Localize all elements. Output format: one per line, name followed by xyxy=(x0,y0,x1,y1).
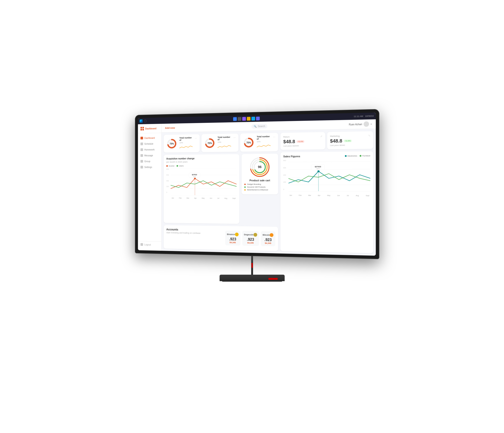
logout-icon xyxy=(140,243,143,246)
monitor-neck xyxy=(251,256,253,275)
message-icon xyxy=(140,154,143,157)
return-card: Return ⤢ $48.8 +3.4% Last years $32640 xyxy=(280,132,325,150)
crypto-binance: Binance .923 $4,345 xyxy=(225,231,240,246)
dashboard-content: 70% Total number of 10% xyxy=(162,129,376,256)
sidebar-item-message[interactable]: Message xyxy=(138,152,161,158)
sales-header: Sales Figures Electronics Fu xyxy=(283,154,370,158)
donut-2: 70% xyxy=(204,137,215,149)
ad-dot xyxy=(244,189,246,191)
app-layout: Dashboard Dashboard Schedule xyxy=(138,119,376,255)
accounts-title-row: Accounts Start investing and trading on … xyxy=(166,228,275,246)
taskbar-app-5[interactable] xyxy=(252,117,255,120)
y-400: 400 xyxy=(166,180,169,182)
crypto-items: Binance .923 $4,345 xyxy=(225,231,275,246)
stat-more-1[interactable]: ··· xyxy=(195,136,197,139)
add-new-button[interactable]: Add new xyxy=(165,126,175,129)
search-icon: 🔍 xyxy=(253,125,256,128)
y-800: 800 xyxy=(166,168,169,170)
base-red-accent xyxy=(268,278,278,280)
svg-line-7 xyxy=(171,175,236,175)
sidebar-item-dashboard[interactable]: Dashboard xyxy=(138,135,161,141)
gauge-card: 96 Product sale cart Gadget Branding xyxy=(242,154,278,194)
taskbar-app-2[interactable] xyxy=(238,117,242,121)
expand-icon-return[interactable]: ⤢ xyxy=(320,135,322,138)
svg-line-10 xyxy=(171,195,236,196)
gauge-rings: 96 xyxy=(249,156,270,178)
schedule-icon xyxy=(140,142,143,145)
svg-text:April: April xyxy=(193,176,196,177)
right-panel: Return ⤢ $48.8 +3.4% Last years $32640 xyxy=(280,131,373,253)
taskbar-app-6[interactable] xyxy=(256,117,260,120)
product-sale-legend: Gadget Branding Souvenir Gift Products xyxy=(244,183,275,191)
stat-more-3[interactable]: ··· xyxy=(273,135,275,138)
expand-icon-marketing[interactable]: ⤡ xyxy=(368,134,370,137)
accounts-header: Accounts Start investing and trading on … xyxy=(166,228,275,246)
income-dot xyxy=(166,165,168,167)
search-bar[interactable]: 🔍 Search xyxy=(251,124,267,128)
svg-line-24 xyxy=(288,169,370,170)
left-panel: 70% Total number of 10% xyxy=(164,133,278,251)
taskbar-app-3[interactable] xyxy=(242,117,246,121)
monitor-wrapper: 11:11 AM 10/30/22 Dashb xyxy=(124,112,380,321)
acquisition-chart-area: 0 200 400 600 800 xyxy=(166,168,236,199)
taskbar-time: 11:11 AM xyxy=(354,115,363,117)
sidebar-item-schedule[interactable]: Schedule xyxy=(138,140,161,147)
marketing-value-row: $48.8 +3.4% xyxy=(330,138,370,144)
logout-item[interactable]: Logout xyxy=(140,243,159,246)
sales-x-labels: Jan Feb Mar Apr May Jun Jul Aug Sept xyxy=(288,194,370,196)
main-content: Add new 🔍 Search Ryan Azhari ▾ xyxy=(162,119,376,255)
furniture-dot xyxy=(360,155,361,156)
sidebar-item-homework[interactable]: Homework xyxy=(138,147,161,153)
svg-text:96: 96 xyxy=(258,165,262,169)
sales-svg: $27632 April xyxy=(288,159,370,193)
sidebar-item-group[interactable]: Group xyxy=(138,158,161,164)
stat-card-3: 70% Total number of 10% xyxy=(240,133,278,152)
sidebar-footer: Logout xyxy=(138,241,161,248)
stat-info-3: Total number of 10% xyxy=(257,135,270,149)
y-600: 600 xyxy=(166,174,169,175)
gauge-svg: 96 xyxy=(249,156,270,178)
windows-icon[interactable] xyxy=(139,119,143,123)
stat-more-2[interactable]: ··· xyxy=(233,136,236,139)
donut-1: 70% xyxy=(166,138,177,149)
donut-3: 70% xyxy=(243,137,254,148)
marketing-badge: +3.4% xyxy=(344,139,352,142)
return-value-row: $48.8 +3.4% xyxy=(283,138,322,144)
sales-y-axis: 0 200 400 600 800 xyxy=(283,159,286,190)
svg-line-23 xyxy=(288,161,370,162)
x-labels: Jan Feb Mar Apr May Jun Jul Aug xyxy=(171,197,236,199)
taskbar-app-4[interactable] xyxy=(247,117,251,121)
sidebar-logo: Dashboard xyxy=(138,126,161,133)
user-avatar xyxy=(363,121,369,127)
chart-legend: Income Users xyxy=(166,164,236,167)
stat-cards-row: 70% Total number of 10% xyxy=(164,133,278,153)
legend-advertisment: Advertisment & Influencer xyxy=(244,189,275,191)
gadget-dot xyxy=(244,183,246,185)
svg-text:April: April xyxy=(316,168,320,169)
search-taskbar-icon[interactable] xyxy=(144,120,146,122)
accounts-card: Accounts Start investing and trading on … xyxy=(164,225,278,251)
dashboard-icon xyxy=(140,137,143,139)
monitor-body: 11:11 AM 10/30/22 Dashb xyxy=(135,109,379,259)
binance-icon xyxy=(235,232,238,236)
stand-red-accent xyxy=(252,263,253,268)
user-name: Ryan Azhari xyxy=(349,123,362,126)
y-200: 200 xyxy=(166,186,169,187)
dropdown-icon[interactable]: ▾ xyxy=(370,123,371,125)
sidebar-nav: Dashboard Schedule Homework Message xyxy=(138,133,161,241)
svg-line-6 xyxy=(171,168,236,168)
taskbar-app-1[interactable] xyxy=(233,117,237,121)
return-badge: +3.4% xyxy=(297,140,304,143)
sales-chart-area: 0 200 400 600 800 xyxy=(283,159,370,196)
donut-label-1: 70% xyxy=(169,142,174,145)
legend-gadget: Gadget Branding xyxy=(244,183,275,185)
sidebar-item-settings[interactable]: Settings xyxy=(138,164,161,170)
taskbar-date: 10/30/22 xyxy=(365,115,374,117)
accounts-text: Accounts Start investing and trading on … xyxy=(166,228,200,234)
svg-line-25 xyxy=(288,177,370,177)
y-0: 0 xyxy=(166,191,169,193)
users-dot xyxy=(176,165,178,167)
legend-users: Users xyxy=(176,165,183,167)
brand-label: ThinkVision xyxy=(152,311,169,314)
metric-cards-row: Return ⤢ $48.8 +3.4% Last years $32640 xyxy=(280,131,373,150)
